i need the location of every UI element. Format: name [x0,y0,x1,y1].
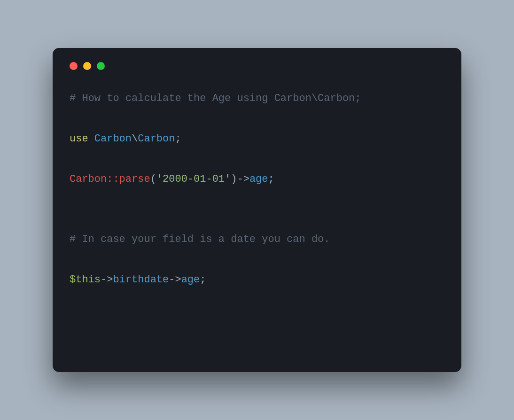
window-titlebar [70,62,444,70]
code-comment: # How to calculate the Age using Carbon\… [70,93,361,104]
code-arrow: -> [169,274,181,286]
code-block: # How to calculate the Age using Carbon\… [70,89,444,290]
code-namespace-sep: \ [132,133,138,145]
code-namespace: Carbon [138,133,175,145]
code-semicolon: ; [200,274,206,286]
code-string: '2000-01-01' [156,173,231,185]
code-window: # How to calculate the Age using Carbon\… [53,48,461,372]
code-semicolon: ; [175,133,181,145]
minimize-icon[interactable] [83,62,91,70]
close-icon[interactable] [70,62,78,70]
code-keyword-use: use [70,133,88,145]
code-call: Carbon::parse [70,173,150,185]
code-property: age [249,173,268,185]
code-namespace: Carbon [94,133,132,145]
zoom-icon[interactable] [97,62,105,70]
code-arrow: -> [101,274,113,286]
code-property: age [181,274,200,286]
code-paren-open: ( [150,173,156,185]
code-comment: # In case your field is a date you can d… [70,233,330,245]
code-arrow: -> [237,173,249,185]
code-paren-close: ) [231,173,237,185]
code-property: birthdate [113,274,169,286]
code-semicolon: ; [268,173,274,185]
code-variable: $this [70,274,101,286]
